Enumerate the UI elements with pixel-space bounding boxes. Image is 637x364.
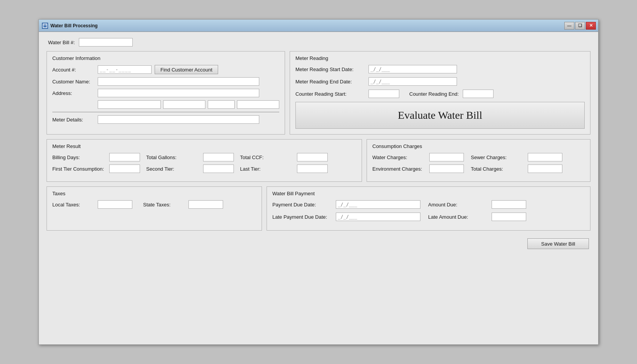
title-bar-left: Water Bill Processing (42, 23, 98, 29)
late-payment-row: Late Payment Due Date: Late Amount Due: (272, 213, 585, 221)
water-bill-number-row: Water Bill #: (47, 38, 590, 47)
account-label: Account #: (52, 67, 95, 73)
consumption-charges-title: Consumption Charges (372, 143, 585, 149)
water-charges-row: Water Charges: Sewer Charges: (372, 153, 585, 161)
late-amount-due-label: Late Amount Due: (428, 214, 488, 220)
total-charges-label: Total Charges: (471, 166, 525, 172)
city-input[interactable] (98, 100, 161, 109)
payment-title: Water Bill Payment (272, 191, 585, 196)
total-charges-input[interactable] (528, 165, 562, 173)
customer-name-label: Customer Name: (52, 79, 95, 85)
total-gallons-label: Total Gallons: (146, 155, 200, 160)
address-input[interactable] (98, 89, 259, 97)
state-input[interactable] (163, 100, 205, 109)
account-row: Account #: Find Customer Account (52, 65, 279, 74)
meter-details-label: Meter Details: (52, 117, 95, 123)
total-ccf-input[interactable] (297, 153, 328, 161)
meter-details-row: Meter Details: (52, 115, 279, 124)
minimize-button[interactable]: — (564, 22, 574, 30)
find-customer-button[interactable]: Find Customer Account (155, 65, 218, 74)
payment-due-date-input[interactable] (336, 200, 420, 209)
svg-rect-0 (43, 24, 47, 28)
zip-input[interactable] (208, 100, 235, 109)
billing-days-input[interactable] (109, 153, 140, 161)
account-input[interactable] (98, 65, 152, 74)
customer-name-input[interactable] (98, 77, 259, 86)
consumption-charges-panel: Consumption Charges Water Charges: Sewer… (367, 139, 590, 182)
total-gallons-input[interactable] (203, 153, 234, 161)
middle-section: Meter Result Billing Days: Total Gallons… (47, 139, 590, 182)
tier-row: First Tier Consumption: Second Tier: Las… (52, 165, 356, 173)
main-content: Water Bill #: Customer Information Accou… (39, 32, 598, 344)
taxes-title: Taxes (52, 191, 256, 196)
meter-end-date-input[interactable] (369, 77, 457, 86)
customer-info-title: Customer Information (52, 55, 279, 61)
late-amount-due-input[interactable] (492, 213, 526, 221)
address-row2 (98, 100, 279, 109)
environment-charges-label: Environment Charges: (372, 166, 426, 172)
taxes-row: Local Taxes: State Taxes: (52, 200, 256, 209)
late-payment-due-date-input[interactable] (336, 213, 420, 221)
total-ccf-label: Total CCF: (240, 155, 294, 160)
water-charges-label: Water Charges: (372, 155, 426, 160)
local-taxes-input[interactable] (98, 200, 132, 209)
first-tier-input[interactable] (109, 165, 140, 173)
sewer-charges-input[interactable] (528, 153, 562, 161)
counter-start-label: Counter Reading Start: (295, 91, 365, 97)
meter-result-panel: Meter Result Billing Days: Total Gallons… (47, 139, 362, 182)
meter-reading-panel: Meter Reading Meter Reading Start Date: … (290, 51, 590, 135)
window-title: Water Bill Processing (50, 23, 98, 28)
meter-result-grid: Billing Days: Total Gallons: Total CCF: … (52, 153, 356, 173)
meter-details-input[interactable] (98, 115, 259, 124)
separator (52, 112, 279, 112)
counter-end-label: Counter Reading End: (409, 91, 459, 97)
restore-button[interactable]: ❑ (575, 22, 585, 30)
counter-start-input[interactable] (369, 90, 399, 98)
meter-result-title: Meter Result (52, 143, 356, 149)
taxes-payment-section: Taxes Local Taxes: State Taxes: Water Bi… (47, 186, 590, 231)
billing-days-label: Billing Days: (52, 155, 106, 160)
payment-due-date-row: Payment Due Date: Amount Due: (272, 200, 585, 209)
state-taxes-label: State Taxes: (143, 202, 185, 208)
water-bill-number-input[interactable] (79, 38, 133, 47)
sewer-charges-label: Sewer Charges: (471, 155, 525, 160)
amount-due-label: Amount Due: (428, 202, 488, 208)
address-label: Address: (52, 90, 95, 96)
close-button[interactable]: ✕ (586, 22, 596, 30)
environment-charges-input[interactable] (429, 165, 464, 173)
water-charges-input[interactable] (429, 153, 464, 161)
main-window: Water Bill Processing — ❑ ✕ Water Bill #… (38, 19, 599, 345)
customer-name-row: Customer Name: (52, 77, 279, 86)
payment-panel: Water Bill Payment Payment Due Date: Amo… (267, 186, 590, 231)
first-tier-label: First Tier Consumption: (52, 166, 106, 172)
meter-start-date-row: Meter Reading Start Date: (295, 65, 585, 73)
address-row1: Address: (52, 89, 279, 97)
second-tier-label: Second Tier: (146, 166, 200, 172)
counter-row: Counter Reading Start: Counter Reading E… (295, 90, 585, 98)
billing-days-row: Billing Days: Total Gallons: Total CCF: (52, 153, 356, 161)
taxes-panel: Taxes Local Taxes: State Taxes: (47, 186, 262, 231)
window-controls: — ❑ ✕ (564, 22, 596, 30)
second-tier-input[interactable] (203, 165, 234, 173)
evaluate-water-bill-button[interactable]: Evaluate Water Bill (295, 102, 585, 129)
amount-due-input[interactable] (492, 200, 526, 209)
last-tier-label: Last Tier: (240, 166, 294, 172)
meter-start-date-input[interactable] (369, 65, 457, 73)
meter-end-date-row: Meter Reading End Date: (295, 77, 585, 86)
late-payment-due-date-label: Late Payment Due Date: (272, 214, 332, 220)
local-taxes-label: Local Taxes: (52, 202, 95, 208)
environment-charges-row: Environment Charges: Total Charges: (372, 165, 585, 173)
top-section: Customer Information Account #: Find Cus… (47, 51, 590, 135)
country-input[interactable] (237, 100, 279, 109)
state-taxes-input[interactable] (188, 200, 223, 209)
water-bill-number-label: Water Bill #: (48, 40, 75, 45)
customer-info-panel: Customer Information Account #: Find Cus… (47, 51, 285, 135)
counter-end-input[interactable] (463, 90, 494, 98)
save-water-bill-button[interactable]: Save Water Bill (527, 238, 589, 249)
title-bar: Water Bill Processing — ❑ ✕ (39, 20, 598, 32)
last-tier-input[interactable] (297, 165, 328, 173)
save-row: Save Water Bill (47, 235, 590, 252)
meter-start-date-label: Meter Reading Start Date: (295, 66, 365, 72)
payment-due-date-label: Payment Due Date: (272, 202, 332, 208)
meter-reading-title: Meter Reading (295, 55, 585, 61)
